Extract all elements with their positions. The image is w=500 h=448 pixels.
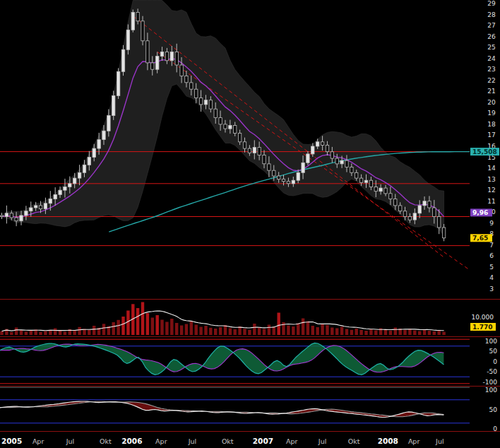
volume-bar [345, 329, 348, 336]
candle-body [59, 190, 61, 194]
candle-body [316, 142, 319, 146]
bollinger-band [2, 1, 444, 237]
candle-body [321, 142, 323, 146]
candle-body [185, 76, 188, 83]
candle-body [54, 194, 56, 199]
chart-canvas[interactable]: 10.0001.770 100500-50-100 100500 2928272… [0, 0, 500, 448]
price-tick-label: 25 [487, 44, 495, 51]
candle-body [433, 208, 436, 216]
candle-body [438, 217, 441, 228]
osc1-tick-label: -100 [483, 379, 498, 386]
candle-body [428, 201, 431, 208]
price-highlight-label: 9,96 [472, 209, 488, 216]
price-tick-label: 18 [487, 121, 496, 128]
volume-bar [209, 328, 212, 335]
volume-bar [78, 327, 81, 335]
candle-body [229, 126, 232, 129]
volume-bar [219, 327, 222, 335]
volume-scale-label: 10.000 [472, 314, 494, 321]
volume-bar [121, 317, 124, 335]
candle-body [369, 180, 372, 187]
price-tick-label: 28 [487, 11, 496, 18]
volume-bar [141, 302, 144, 336]
volume-bar [224, 325, 227, 335]
candle-body [263, 155, 266, 163]
x-axis-year-label: 2006 [121, 437, 142, 445]
candle-body [243, 142, 246, 148]
time-axis: 2005AprJulOkt2006AprJulOkt2007AprJulOkt2… [1, 437, 444, 445]
volume-bar [175, 323, 178, 335]
volume-bar [25, 331, 28, 335]
volume-bar [263, 329, 266, 336]
volume-bar [10, 332, 13, 335]
volume-bar [248, 330, 251, 335]
x-axis-month-label: Apr [32, 437, 44, 445]
oscillator1-panel: 100500-50-100 [0, 338, 497, 386]
volume-bar [204, 326, 207, 335]
osc2-tick-label: 50 [489, 406, 498, 413]
volume-bar [335, 329, 338, 336]
volume-bar [44, 331, 47, 336]
candle-body [69, 184, 71, 187]
candle-body [364, 180, 367, 182]
candle-body [83, 165, 85, 172]
x-axis-month-label: Okt [348, 437, 360, 445]
candle-body [136, 12, 139, 20]
price-tick-label: 23 [487, 66, 495, 73]
candle-body [374, 187, 377, 191]
volume-bar [438, 331, 441, 336]
oscillator2-panel: 100500 [0, 387, 497, 432]
candle-body [394, 199, 397, 206]
candle-body [384, 188, 387, 194]
price-tick-label: 19 [487, 110, 496, 117]
candle-body [10, 213, 13, 218]
x-axis-month-label: Jul [318, 437, 326, 445]
price-tick-label: 17 [487, 131, 495, 138]
volume-bar [185, 324, 188, 336]
volume-bar [214, 329, 217, 335]
x-axis-month-label: Okt [222, 437, 234, 445]
price-tick-label: 26 [487, 33, 496, 40]
candle-body [93, 148, 95, 157]
candle-body [389, 194, 392, 199]
volume-bar [136, 308, 139, 335]
candle-body [268, 164, 270, 170]
volume-bar [350, 330, 353, 335]
volume-bar [126, 311, 129, 336]
candle-body [156, 57, 159, 70]
x-axis-year-label: 2007 [253, 437, 273, 445]
volume-bar [359, 330, 362, 335]
candle-body [146, 41, 149, 63]
volume-bar [253, 324, 256, 335]
candle-body [278, 176, 280, 179]
candle-body [258, 148, 261, 155]
volume-bar [199, 327, 202, 336]
volume-bar [374, 331, 377, 336]
candle-body [379, 188, 382, 191]
osc1-tick-label: -50 [487, 368, 497, 375]
price-tick-label: 27 [487, 22, 495, 29]
candle-body [190, 83, 193, 89]
x-axis-month-label: Apr [155, 437, 167, 445]
volume-bar [394, 328, 397, 336]
price-panel [0, 1, 470, 270]
volume-bar [418, 331, 421, 336]
candle-body [399, 206, 402, 211]
volume-bar [180, 326, 183, 336]
candle-body [199, 98, 202, 105]
candle-body [423, 201, 426, 206]
chart-window: 10.0001.770 100500-50-100 100500 2928272… [0, 0, 500, 448]
price-tick-label: 29 [487, 0, 496, 7]
candle-body [418, 206, 421, 213]
candle-body [126, 30, 129, 49]
volume-bar [88, 330, 90, 335]
candle-body [350, 167, 353, 173]
candle-body [78, 172, 81, 178]
volume-bar [292, 326, 294, 335]
candle-body [442, 228, 445, 238]
price-tick-label: 20 [487, 99, 496, 106]
price-axis: 2928272625242322212019181716151413121110… [470, 0, 499, 293]
candle-body [340, 160, 343, 164]
candle-body [175, 52, 178, 65]
volume-bar [273, 327, 275, 336]
